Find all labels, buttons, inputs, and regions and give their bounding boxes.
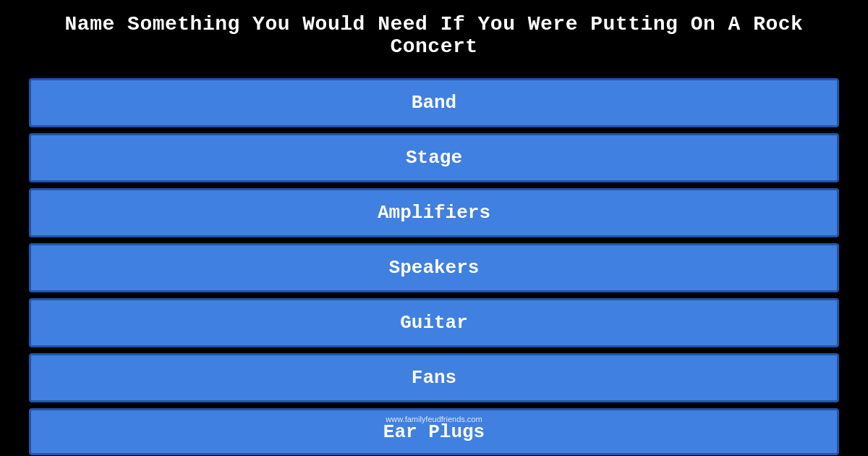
answer-row[interactable]: Speakers bbox=[29, 243, 839, 292]
answer-row[interactable]: Stage bbox=[29, 133, 839, 182]
answer-label: Fans bbox=[412, 367, 456, 389]
answer-row[interactable]: Band bbox=[29, 78, 839, 127]
watermark: www.familyfeudfriends.com bbox=[386, 415, 482, 423]
answer-row[interactable]: www.familyfeudfriends.comEar Plugs bbox=[29, 408, 839, 455]
answer-label: Amplifiers bbox=[378, 202, 490, 224]
answer-label: Speakers bbox=[389, 257, 480, 279]
answer-label: Band bbox=[412, 92, 456, 114]
answer-label: Ear Plugs bbox=[383, 421, 485, 443]
answer-row[interactable]: Guitar bbox=[29, 298, 839, 347]
question-title: Name Something You Would Need If You Wer… bbox=[22, 13, 846, 58]
answer-row[interactable]: Fans bbox=[29, 353, 839, 402]
answer-label: Guitar bbox=[400, 312, 468, 334]
header: Name Something You Would Need If You Wer… bbox=[0, 0, 868, 71]
answers-container: BandStageAmplifiersSpeakersGuitarFanswww… bbox=[0, 71, 868, 456]
answer-row[interactable]: Amplifiers bbox=[29, 188, 839, 237]
answer-label: Stage bbox=[406, 147, 462, 169]
